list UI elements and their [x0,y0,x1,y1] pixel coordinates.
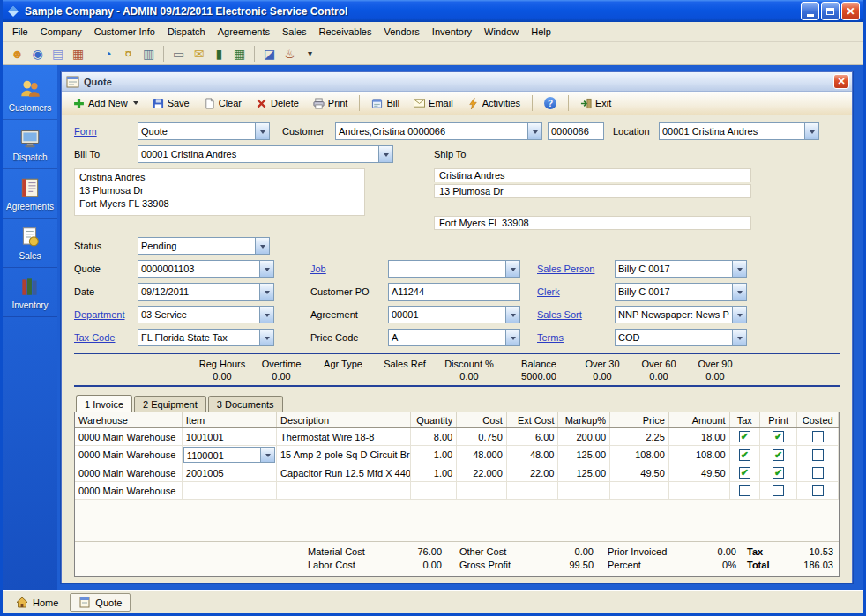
dispatch-board-icon[interactable]: ▭ [170,45,187,62]
menu-vendors[interactable]: Vendors [377,24,425,40]
ship-address-line3[interactable] [434,200,751,214]
tab-equipment[interactable]: 2 Equipment [134,396,206,412]
sales-sort-select[interactable]: NNP Newspaper: News P [615,306,747,323]
sales-sort-dropdown-arrow[interactable] [732,307,746,323]
costed-checkbox[interactable] [812,467,824,479]
cell-price[interactable]: 49.50 [610,464,669,482]
sidebar-item-agreements[interactable]: Agreements [3,169,57,219]
customer-id-field[interactable]: 0000066 [548,122,604,140]
quote-number-dropdown-arrow[interactable] [259,261,273,277]
print-checkbox[interactable] [773,485,784,496]
clerk-select[interactable]: Billy C 0017 [615,283,747,301]
cell-markup[interactable]: 125.00 [558,446,610,464]
quote-titlebar[interactable]: Quote ✕ [62,72,852,92]
close-button[interactable]: ✕ [841,2,860,20]
maximize-button[interactable] [821,2,840,20]
date-dropdown-arrow[interactable] [259,284,273,300]
tax-code-link-label[interactable]: Tax Code [74,332,138,343]
quote-close-button[interactable]: ✕ [833,74,849,89]
ship-address-line4[interactable]: Fort Myers FL 33908 [434,216,751,230]
print-checkbox[interactable] [773,467,784,479]
search-icon[interactable]: ◉ [29,45,46,62]
cell-price[interactable]: 108.00 [610,446,669,464]
email-button[interactable]: Email [407,94,459,112]
cell-warehouse[interactable]: 0000 Main Warehouse [75,428,182,446]
menu-sales[interactable]: Sales [276,24,313,40]
clerk-dropdown-arrow[interactable] [732,284,746,300]
cell-ext-cost[interactable] [506,482,558,500]
menu-window[interactable]: Window [478,24,525,40]
cell-warehouse[interactable]: 0000 Main Warehouse [75,446,182,464]
menu-company[interactable]: Company [34,24,88,40]
cell-item[interactable]: 1001001 [182,428,276,446]
customer-dropdown-arrow[interactable] [527,123,541,139]
print-button[interactable]: Print [307,94,355,113]
menu-agreements[interactable]: Agreements [212,24,276,40]
bill-button[interactable]: Bill [365,94,406,113]
cell-quantity[interactable]: 1.00 [410,446,457,464]
help-button[interactable] [538,93,563,113]
tax-checkbox[interactable] [739,449,750,461]
menu-file[interactable]: File [6,24,34,40]
sales-person-dropdown-arrow[interactable] [732,261,746,277]
sales-sort-link-label[interactable]: Sales Sort [537,309,615,320]
job-dropdown-arrow[interactable] [505,261,519,277]
tab-invoice[interactable]: 1 Invoice [76,395,132,412]
tax-code-select[interactable]: FL Florida State Tax [138,329,274,346]
cell-warehouse[interactable]: 0000 Main Warehouse [75,482,182,500]
agreement-dropdown-arrow[interactable] [505,307,519,323]
cell-markup[interactable]: 200.00 [558,428,610,446]
grid-row[interactable]: 0000 Main Warehouse 1100001 15 Amp 2-pol… [75,446,839,464]
cell-description[interactable] [277,482,411,500]
price-code-select[interactable]: A [388,329,520,346]
more-options-arrow[interactable]: ▾ [302,45,318,62]
inventory-grid-icon[interactable]: ▦ [231,45,248,62]
cell-markup[interactable]: 125.00 [558,464,610,482]
grid-row[interactable]: 0000 Main Warehouse 1001001 Thermostat W… [75,428,839,446]
terms-link-label[interactable]: Terms [537,332,615,343]
mail-icon[interactable]: ✉ [190,45,207,62]
cell-cost[interactable]: 22.000 [457,464,507,482]
department-dropdown-arrow[interactable] [259,307,273,323]
cell-description[interactable]: Thermostat Wire 18-8 [277,428,411,446]
sidebar-item-dispatch[interactable]: Dispatch [3,120,57,169]
menu-help[interactable]: Help [525,24,557,40]
cell-amount[interactable]: 108.00 [668,446,729,464]
cell-price[interactable] [610,482,669,500]
cell-amount[interactable]: 18.00 [668,428,729,446]
cell-quantity[interactable]: 8.00 [410,428,457,446]
menu-dispatch[interactable]: Dispatch [161,24,212,40]
bill-to-dropdown-arrow[interactable] [378,146,392,162]
cell-item[interactable]: 2001005 [182,464,276,482]
costed-checkbox[interactable] [812,449,824,461]
cell-quantity[interactable]: 1.00 [410,464,457,482]
sales-person-link-label[interactable]: Sales Person [537,263,615,274]
job-select[interactable] [388,260,520,278]
costed-checkbox[interactable] [812,431,824,442]
print-checkbox[interactable] [773,431,784,442]
date-select[interactable]: 09/12/2011 [138,283,274,301]
price-code-dropdown-arrow[interactable] [505,330,519,345]
minimize-button[interactable] [801,2,819,20]
print-checkbox[interactable] [773,449,784,461]
cell-markup[interactable] [558,482,610,500]
tab-documents[interactable]: 3 Documents [208,396,283,412]
bill-to-select[interactable]: 00001 Cristina Andres [138,145,393,163]
customers-icon[interactable]: ☻ [9,45,26,62]
sidebar-item-customers[interactable]: Customers [3,71,57,120]
status-dropdown-arrow[interactable] [255,238,269,254]
tax-checkbox[interactable] [739,431,750,442]
payments-icon[interactable]: ¤ [120,45,137,62]
taskbar-quote[interactable]: Quote [70,593,131,612]
cell-cost[interactable] [457,482,507,500]
cell-amount[interactable] [668,482,729,500]
delete-button[interactable]: Delete [250,94,305,113]
copy-icon[interactable]: ▤ [49,45,66,62]
activities-button[interactable]: Activities [461,94,526,113]
cell-ext-cost[interactable]: 6.00 [506,428,558,446]
cell-cost[interactable]: 0.750 [457,428,507,446]
location-dropdown-arrow[interactable] [804,123,818,139]
clear-button[interactable]: Clear [198,94,248,113]
taskbar-home[interactable]: Home [7,593,67,612]
sidebar-item-inventory[interactable]: Inventory [3,268,57,317]
